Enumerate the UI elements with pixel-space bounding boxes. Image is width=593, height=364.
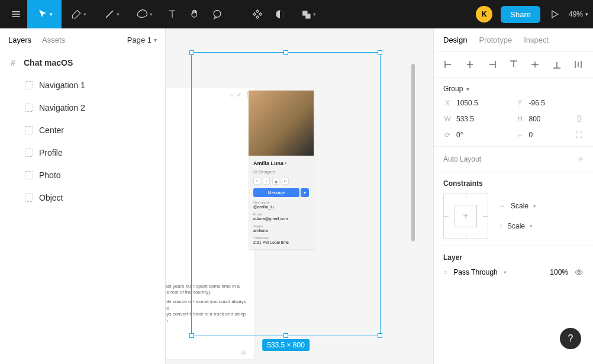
auto-layout-label: Auto Layout — [443, 155, 481, 163]
comment-tool[interactable] — [206, 0, 228, 28]
distribute-button[interactable] — [572, 58, 585, 71]
move-tool[interactable]: ▾ — [27, 0, 62, 28]
group-icon — [25, 171, 33, 179]
page-selector[interactable]: Page 1 ▾ — [127, 36, 157, 44]
components-tool[interactable] — [246, 0, 269, 28]
group-icon — [25, 126, 33, 134]
resize-handle[interactable] — [378, 333, 382, 338]
svg-rect-13 — [305, 14, 310, 18]
x-input[interactable]: X1050.5 — [443, 99, 511, 107]
svg-rect-8 — [256, 16, 259, 19]
resize-handle[interactable] — [189, 333, 194, 338]
resize-handle[interactable] — [283, 333, 288, 338]
y-input[interactable]: Y-96.5 — [516, 99, 584, 107]
layer-row[interactable]: Object — [0, 186, 165, 209]
svg-rect-7 — [256, 10, 259, 13]
group-label: Group — [443, 85, 463, 93]
opacity-input[interactable]: 100% — [550, 268, 568, 276]
layer-label: Profile — [39, 148, 63, 157]
chevron-down-icon[interactable]: ▾ — [466, 86, 469, 92]
group-icon — [25, 194, 33, 202]
layers-tab[interactable]: Layers — [8, 36, 31, 44]
align-vcenter-button[interactable] — [528, 58, 542, 71]
prototype-tab[interactable]: Prototype — [479, 36, 512, 44]
frame-label: Chat macOS — [24, 58, 73, 67]
inspect-tab[interactable]: Inspect — [524, 36, 549, 44]
shape-tool[interactable]: ▾ — [128, 0, 161, 28]
add-autolayout-button[interactable]: + — [578, 154, 584, 165]
frame-row[interactable]: # Chat macOS — [0, 51, 165, 74]
svg-point-6 — [214, 10, 221, 17]
chevron-down-icon: ▾ — [117, 11, 120, 17]
resize-handle[interactable] — [378, 50, 382, 55]
boolean-tool[interactable]: ▾ — [291, 0, 324, 28]
toolbar-right: K Share 49% ▾ — [476, 6, 588, 23]
chevron-down-icon: ▾ — [150, 11, 153, 17]
help-button[interactable]: ? — [560, 328, 581, 349]
align-right-button[interactable] — [485, 58, 498, 71]
layer-section-label: Layer — [443, 253, 584, 262]
canvas[interactable]: ⌕ ⤢ ⋮ last years but I spent some time i… — [166, 28, 433, 364]
link-aspect-icon[interactable] — [575, 114, 584, 123]
share-button[interactable]: Share — [501, 6, 540, 23]
hamburger-menu[interactable] — [5, 0, 27, 28]
layer-row[interactable]: Navigation 2 — [0, 96, 165, 119]
user-avatar[interactable]: K — [476, 6, 492, 22]
dimension-badge: 533.5 × 800 — [262, 339, 310, 351]
group-icon — [25, 81, 33, 89]
rotation-input[interactable]: ⟳0° — [443, 130, 511, 139]
blend-mode-select[interactable]: Pass Through — [453, 268, 498, 276]
zoom-selector[interactable]: 49% ▾ — [569, 10, 588, 18]
pen-tool[interactable]: ▾ — [62, 0, 95, 28]
constraints-label: Constraints — [443, 179, 584, 188]
resize-handle[interactable] — [189, 50, 194, 55]
scrollbar-vertical[interactable] — [411, 64, 415, 241]
svg-rect-10 — [259, 13, 262, 16]
align-bottom-button[interactable] — [550, 58, 563, 71]
line-tool[interactable]: ▾ — [95, 0, 128, 28]
radius-input[interactable]: ⌐0 — [516, 130, 584, 139]
layer-row[interactable]: Photo — [0, 164, 165, 186]
chevron-down-icon: ▾ — [504, 269, 507, 275]
corners-icon[interactable] — [575, 130, 584, 139]
align-top-button[interactable] — [507, 58, 520, 71]
emoji-icon: ☺ — [240, 349, 247, 356]
svg-marker-14 — [552, 11, 558, 18]
layer-label: Navigation 2 — [39, 103, 85, 112]
chevron-down-icon: ▾ — [50, 11, 53, 17]
layer-label: Center — [39, 125, 64, 135]
constraints-widget[interactable]: + — [443, 194, 488, 239]
frame-icon: # — [8, 58, 18, 67]
svg-rect-9 — [253, 13, 256, 16]
visibility-icon[interactable] — [574, 268, 584, 277]
design-panel: Design Prototype Inspect Group▾ X1050.5 … — [433, 28, 593, 364]
w-input[interactable]: W533.5 — [443, 114, 511, 123]
layer-row[interactable]: Navigation 1 — [0, 74, 165, 96]
layer-row[interactable]: Profile — [0, 141, 165, 164]
present-button[interactable] — [549, 8, 560, 20]
constraint-v-select[interactable]: ↕Scale▾ — [499, 222, 536, 230]
chevron-down-icon: ▾ — [83, 11, 86, 17]
align-left-button[interactable] — [442, 58, 455, 71]
layer-row[interactable]: Center — [0, 119, 165, 141]
resize-handle[interactable] — [283, 50, 288, 55]
assets-tab[interactable]: Assets — [42, 36, 65, 44]
group-icon — [25, 104, 33, 112]
hand-tool[interactable] — [183, 0, 206, 28]
layer-label: Object — [39, 193, 63, 202]
blend-icon: ○ — [443, 268, 447, 276]
layer-label: Photo — [39, 170, 61, 180]
page-name: Page 1 — [127, 36, 152, 44]
design-tab[interactable]: Design — [443, 36, 467, 44]
selection-box[interactable]: 533.5 × 800 — [191, 52, 381, 336]
layers-panel: Layers Assets Page 1 ▾ # Chat macOS Navi… — [0, 28, 166, 364]
chevron-down-icon: ▾ — [585, 11, 588, 17]
constraint-h-select[interactable]: ↔Scale▾ — [499, 202, 536, 210]
h-input[interactable]: H800 — [516, 114, 584, 123]
group-icon — [25, 149, 33, 157]
chevron-down-icon: ▾ — [313, 11, 316, 17]
toolbar-left: ▾ ▾ ▾ ▾ ▾ — [5, 0, 324, 28]
align-hcenter-button[interactable] — [464, 58, 477, 71]
text-tool[interactable] — [161, 0, 183, 28]
mask-tool[interactable] — [269, 0, 291, 28]
